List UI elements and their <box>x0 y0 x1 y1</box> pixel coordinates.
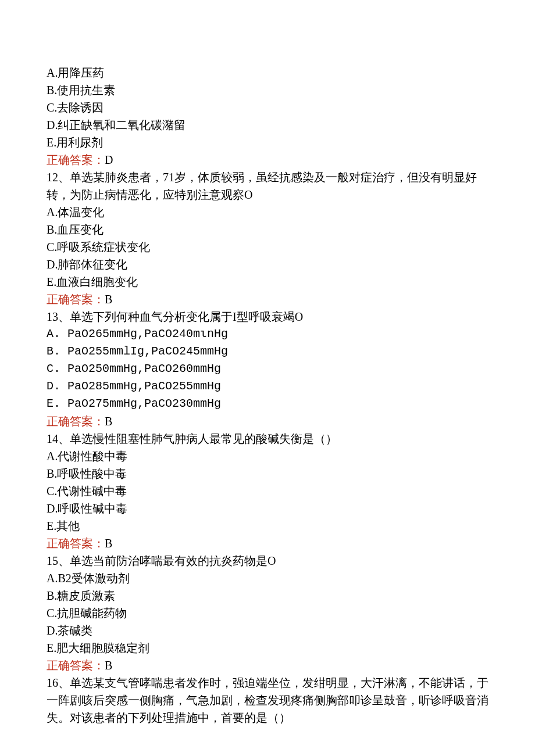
document-page: A.用降压药 B.使用抗生素 C.去除诱因 D.纠正缺氧和二氧化碳潴留 E.用利… <box>0 0 535 756</box>
q12-option-e: E.血液白细胞变化 <box>47 273 488 291</box>
q14-option-e: E.其他 <box>47 517 488 535</box>
q13-option-e: E. PaO275mmHg,PaCO230mmHg <box>47 395 488 413</box>
q15-option-c: C.抗胆碱能药物 <box>47 604 488 622</box>
q14-option-d: D.呼吸性碱中毒 <box>47 500 488 517</box>
q16-stem: 16、单选某支气管哮喘患者发作时，强迫端坐位，发绀明显，大汗淋漓，不能讲话，于一… <box>47 674 488 726</box>
q11-option-c: C.去除诱因 <box>47 99 488 116</box>
q13-option-d: D. PaO285mmHg,PaCO255mmHg <box>47 378 488 395</box>
q15-option-b: B.糖皮质激素 <box>47 587 488 604</box>
q13-answer: 正确答案：B <box>47 413 488 430</box>
q14-stem: 14、单选慢性阻塞性肺气肿病人最常见的酸碱失衡是（） <box>47 430 488 447</box>
q11-answer-value: D <box>105 153 113 166</box>
q11-option-a: A.用降压药 <box>47 64 488 81</box>
q11-answer-label: 正确答案： <box>47 153 105 166</box>
q12-answer: 正确答案：B <box>47 291 488 308</box>
q14-answer-label: 正确答案： <box>47 537 105 550</box>
q11-answer: 正确答案：D <box>47 151 488 169</box>
q11-option-e: E.用利尿剂 <box>47 134 488 151</box>
q14-answer: 正确答案：B <box>47 535 488 552</box>
q13-answer-label: 正确答案： <box>47 415 105 428</box>
q12-option-c: C.呼吸系统症状变化 <box>47 238 488 256</box>
q15-option-d: D.茶碱类 <box>47 622 488 639</box>
q14-option-a: A.代谢性酸中毒 <box>47 447 488 465</box>
q12-answer-label: 正确答案： <box>47 293 105 306</box>
q13-option-a: A. PaO265mmHg,PaCO240mιnHg <box>47 325 488 343</box>
q13-option-c: C. PaO250mmHg,PaCO260mmHg <box>47 360 488 378</box>
q12-option-b: B.血压变化 <box>47 221 488 238</box>
q11-option-b: B.使用抗生素 <box>47 81 488 99</box>
q15-option-a: A.B2受体激动剂 <box>47 569 488 587</box>
q13-option-b: B. PaO255mmlIg,PaCO245mmHg <box>47 343 488 360</box>
q12-answer-value: B <box>105 293 112 306</box>
q12-stem: 12、单选某肺炎患者，71岁，体质较弱，虽经抗感染及一般对症治疗，但没有明显好转… <box>47 169 488 203</box>
q13-answer-value: B <box>105 415 112 428</box>
q14-answer-value: B <box>105 537 112 550</box>
q11-option-d: D.纠正缺氧和二氧化碳潴留 <box>47 116 488 134</box>
q15-option-e: E.肥大细胞膜稳定剂 <box>47 639 488 657</box>
q15-answer-label: 正确答案： <box>47 659 105 672</box>
q15-answer: 正确答案：B <box>47 657 488 674</box>
q12-option-a: A.体温变化 <box>47 203 488 221</box>
q14-option-b: B.呼吸性酸中毒 <box>47 465 488 482</box>
q13-stem: 13、单选下列何种血气分析变化属于I型呼吸衰竭O <box>47 308 488 325</box>
q12-option-d: D.肺部体征变化 <box>47 256 488 273</box>
q15-stem: 15、单选当前防治哮喘最有效的抗炎药物是O <box>47 552 488 569</box>
q15-answer-value: B <box>105 659 112 672</box>
q14-option-c: C.代谢性碱中毒 <box>47 482 488 500</box>
